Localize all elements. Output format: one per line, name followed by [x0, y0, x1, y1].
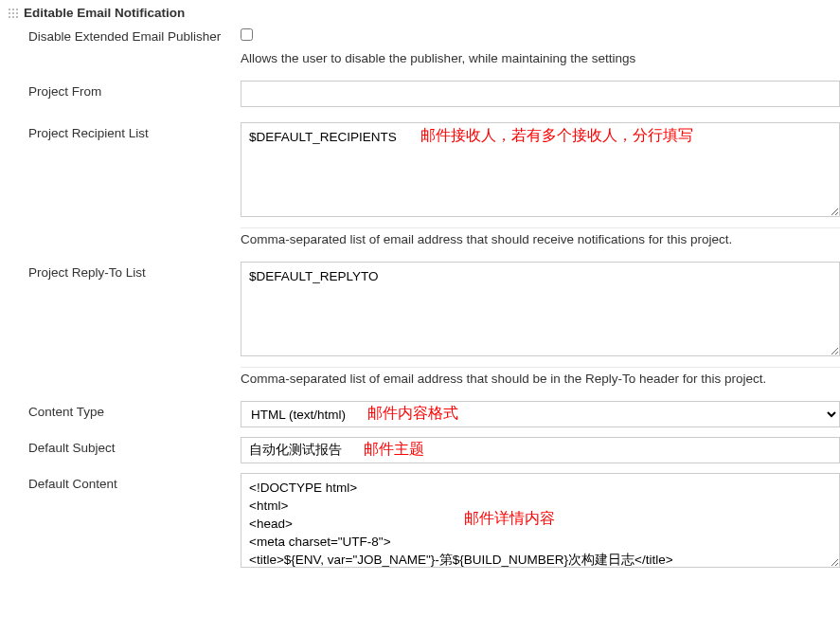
row-default-content: Default Content <!DOCTYPE html> <html> <…	[28, 473, 840, 571]
divider	[241, 227, 840, 228]
label-project-from: Project From	[28, 81, 241, 99]
row-default-subject: Default Subject 邮件主题	[28, 437, 840, 463]
checkbox-disable-publisher[interactable]	[241, 28, 253, 41]
label-default-subject: Default Subject	[28, 437, 241, 455]
row-replyto-list: Project Reply-To List $DEFAULT_REPLYTO	[28, 262, 840, 359]
row-project-from: Project From	[28, 81, 840, 107]
label-default-content: Default Content	[28, 473, 241, 491]
row-content-type: Content Type HTML (text/html) 邮件内容格式	[28, 401, 840, 427]
textarea-default-content[interactable]: <!DOCTYPE html> <html> <head> <meta char…	[241, 473, 840, 568]
help-recipient-list: Comma-separated list of email address th…	[241, 232, 840, 246]
input-default-subject[interactable]	[241, 437, 840, 463]
row-recipient-list: Project Recipient List $DEFAULT_RECIPIEN…	[28, 122, 840, 220]
row-disable-publisher: Disable Extended Email Publisher	[28, 26, 840, 44]
drag-handle-icon[interactable]	[8, 8, 19, 19]
section-title: Editable Email Notification	[24, 6, 185, 20]
select-content-type[interactable]: HTML (text/html)	[241, 401, 840, 427]
help-disable-publisher: Allows the user to disable the publisher…	[241, 51, 840, 65]
form-area: Disable Extended Email Publisher Allows …	[0, 26, 840, 571]
input-project-from[interactable]	[241, 81, 840, 107]
textarea-recipient-list[interactable]: $DEFAULT_RECIPIENTS	[241, 122, 840, 217]
divider	[241, 367, 840, 368]
label-replyto-list: Project Reply-To List	[28, 262, 241, 280]
section-header: Editable Email Notification	[0, 0, 840, 26]
textarea-replyto-list[interactable]: $DEFAULT_REPLYTO	[241, 262, 840, 356]
label-content-type: Content Type	[28, 401, 241, 419]
help-replyto-list: Comma-separated list of email address th…	[241, 372, 840, 386]
label-disable-publisher: Disable Extended Email Publisher	[28, 26, 241, 44]
label-recipient-list: Project Recipient List	[28, 122, 241, 140]
